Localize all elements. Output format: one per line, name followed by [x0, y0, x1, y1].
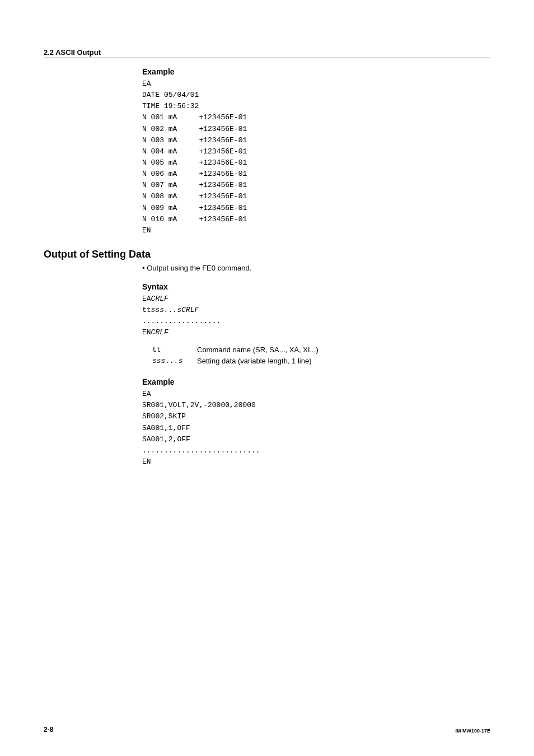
example1-title: Example	[142, 67, 490, 76]
syntax-crlf: CRLF	[151, 295, 168, 303]
example2-title: Example	[142, 377, 490, 386]
example1-line: EA	[142, 78, 490, 90]
syntax-defs: tt Command name (SR, SA..., XA, XI...) s…	[152, 344, 490, 368]
syntax-line: EACRLF	[142, 293, 490, 305]
example1-line: N 007 mA +123456E-01	[142, 180, 490, 191]
example2-line: SA001,2,OFF	[142, 434, 490, 445]
example2-line: SR002,SKIP	[142, 411, 490, 422]
example-block-2: Example EA SR001,VOLT,2V,-20000,20000 SR…	[142, 377, 490, 468]
def-val: Command name (SR, SA..., XA, XI...)	[197, 344, 318, 356]
syntax-line: ttsss...sCRLF	[142, 305, 490, 316]
def-row: tt Command name (SR, SA..., XA, XI...)	[152, 344, 490, 356]
output-setting-bullet: Output using the FE0 command.	[142, 264, 490, 272]
syntax-txt: tt	[142, 306, 151, 314]
example1-line: N 004 mA +123456E-01	[142, 146, 490, 157]
example1-line: TIME 19:56:32	[142, 101, 490, 112]
syntax-line: ..................	[142, 316, 490, 327]
output-setting-heading: Output of Setting Data	[44, 249, 490, 260]
example1-line: N 005 mA +123456E-01	[142, 157, 490, 169]
page-number: 2-8	[44, 726, 53, 734]
example1-line: N 003 mA +123456E-01	[142, 135, 490, 146]
section-header: 2.2 ASCII Output	[44, 48, 490, 58]
def-row: sss...s Setting data (variable length, 1…	[152, 356, 490, 367]
def-key: tt	[152, 344, 197, 356]
example1-line: N 001 mA +123456E-01	[142, 112, 490, 123]
example1-line: N 006 mA +123456E-01	[142, 169, 490, 180]
example2-line: ...........................	[142, 445, 490, 456]
syntax-block: Syntax EACRLF ttsss...sCRLF ............…	[142, 282, 490, 367]
example-block-1: Example EA DATE 05/04/01 TIME 19:56:32 N…	[142, 67, 490, 236]
syntax-txt: EA	[142, 295, 151, 303]
example2-line: SR001,VOLT,2V,-20000,20000	[142, 400, 490, 411]
syntax-crlf: CRLF	[151, 328, 168, 337]
syntax-var: sss...s	[151, 306, 182, 314]
syntax-title: Syntax	[142, 282, 490, 291]
doc-code: IM MW100-17E	[455, 728, 490, 734]
def-val: Setting data (variable length, 1 line)	[197, 356, 312, 367]
syntax-crlf: CRLF	[181, 306, 199, 314]
example1-line: EN	[142, 225, 490, 236]
example2-line: EN	[142, 456, 490, 468]
example1-line: N 010 mA +123456E-01	[142, 214, 490, 225]
syntax-txt: EN	[142, 328, 151, 337]
example1-line: N 002 mA +123456E-01	[142, 124, 490, 135]
example1-line: N 008 mA +123456E-01	[142, 191, 490, 202]
def-key: sss...s	[152, 356, 197, 367]
syntax-line: ENCRLF	[142, 327, 490, 338]
example2-line: EA	[142, 389, 490, 400]
example2-line: SA001,1,OFF	[142, 423, 490, 434]
example1-line: DATE 05/04/01	[142, 90, 490, 101]
example1-line: N 009 mA +123456E-01	[142, 203, 490, 214]
